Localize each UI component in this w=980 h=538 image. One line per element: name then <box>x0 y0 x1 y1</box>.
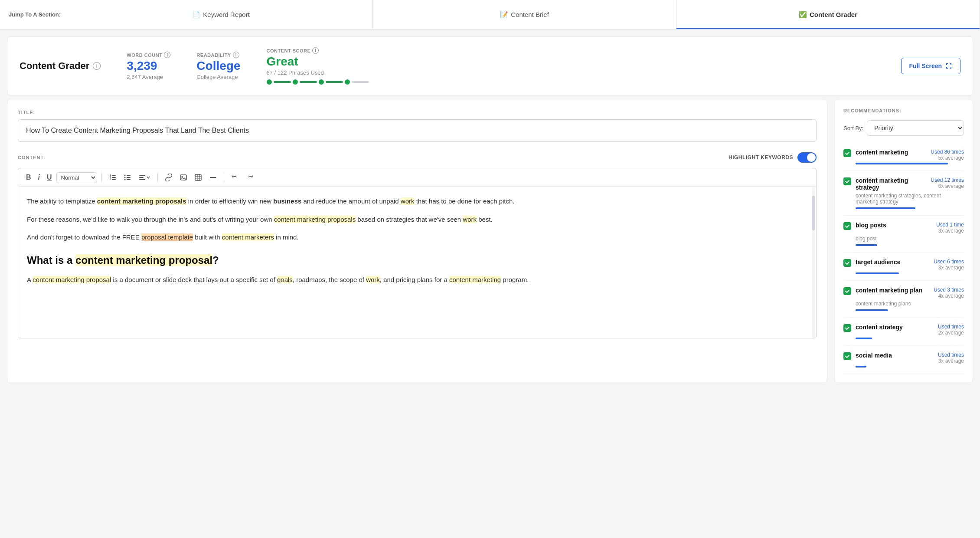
rec-item-left-content-marketing-strategy: content marketing strategy <box>843 177 931 191</box>
rec-variants-blog-posts: blog post <box>856 236 964 242</box>
svg-text:3: 3 <box>110 178 111 180</box>
italic-button[interactable]: i <box>36 172 42 183</box>
rec-item-target-audience: target audience Used 6 times 3x average <box>843 253 964 281</box>
fullscreen-button[interactable]: Full Screen <box>901 58 960 74</box>
editor-panel: TITLE: CONTENT: HIGHLIGHT KEYWORDS B i U… <box>7 99 827 383</box>
hr-button[interactable] <box>206 172 219 183</box>
rec-item-top-content-marketing-plan: content marketing plan Used 3 times 4x a… <box>843 287 964 299</box>
content-score-metric: CONTENT SCORE i Great 67 / 122 Phrases U… <box>267 47 369 85</box>
content-brief-label: Content Brief <box>511 11 549 18</box>
progress-line-4 <box>352 81 369 83</box>
keyword-report-icon: 📄 <box>192 11 200 19</box>
check-icon-content-marketing-plan <box>845 289 850 294</box>
highlight-content-marketers: content marketers <box>222 233 274 241</box>
content-grader-icon: ✅ <box>799 11 807 19</box>
rec-checkbox-item6[interactable] <box>843 324 851 332</box>
highlight-content-marketing-proposals: content marketing proposals <box>97 197 186 205</box>
rec-bar-container-content-marketing-plan <box>856 309 964 311</box>
align-button[interactable] <box>136 172 153 183</box>
rec-item-top-item7: social media Used times 3x average <box>843 352 964 364</box>
rec-item-top-content-marketing-strategy: content marketing strategy Used 12 times… <box>843 177 964 191</box>
rec-bar-container-content-marketing <box>856 163 964 164</box>
progress-dot-1 <box>267 79 272 85</box>
content-score-phrases: 67 / 122 Phrases Used <box>267 69 369 76</box>
readability-value: College <box>196 59 240 73</box>
check-icon-content-marketing-strategy <box>845 179 850 184</box>
readability-metric: READABILITY i College College Average <box>196 52 240 80</box>
ordered-list-button[interactable]: 123 <box>106 172 119 183</box>
highlight-toggle[interactable] <box>797 152 817 163</box>
word-count-value: 3,239 <box>127 59 170 73</box>
content-brief-icon: 📝 <box>500 11 508 19</box>
sort-select[interactable]: Priority Alphabetical Most Used Least Us… <box>867 120 964 136</box>
check-icon-item7 <box>845 354 850 359</box>
title-section-label: TITLE: <box>18 110 817 115</box>
rec-checkbox-item7[interactable] <box>843 352 851 360</box>
rec-keyword-content-marketing-strategy: content marketing strategy <box>856 177 931 191</box>
toolbar-divider-2 <box>157 173 158 182</box>
tab-content-brief[interactable]: 📝 Content Brief <box>373 0 676 29</box>
content-score-progress <box>267 79 369 85</box>
word-count-info-icon[interactable]: i <box>164 52 170 58</box>
link-button[interactable] <box>162 172 175 183</box>
rec-item-right-blog-posts: Used 1 time 3x average <box>936 222 964 234</box>
rec-item-top-content-marketing: content marketing Used 86 times 5x avera… <box>843 149 964 161</box>
underline-button[interactable]: U <box>44 172 55 183</box>
redo-button[interactable] <box>243 172 256 183</box>
rec-bar-blog-posts <box>856 244 877 246</box>
unordered-list-button[interactable] <box>121 172 134 183</box>
highlight-heading-cms: content marketing proposal <box>75 254 212 266</box>
progress-dot-4 <box>345 79 350 85</box>
highlight-work-1: work <box>401 197 415 205</box>
rec-bar-content-marketing <box>856 163 948 164</box>
rec-checkbox-blog-posts[interactable] <box>843 222 851 230</box>
readability-info-icon[interactable]: i <box>233 52 239 58</box>
rec-item-left-blog-posts: blog posts <box>843 222 886 230</box>
scrollbar-thumb <box>812 196 815 230</box>
content-score-info-icon[interactable]: i <box>312 47 319 54</box>
progress-line-1 <box>274 81 291 83</box>
editor-scrollbar[interactable] <box>812 187 815 338</box>
svg-rect-11 <box>127 179 131 180</box>
rec-checkbox-target-audience[interactable] <box>843 259 851 267</box>
rec-avg-item6: 2x average <box>938 330 964 336</box>
editor-content-area[interactable]: The ability to templatize content market… <box>18 187 817 338</box>
svg-point-7 <box>124 177 125 178</box>
content-paragraph-2: For these reasons, we'd like to walk you… <box>27 214 807 225</box>
word-count-label: WORD COUNT i <box>127 52 170 58</box>
sort-by-label: Sort By: <box>843 125 863 131</box>
content-score-value: Great <box>267 55 369 69</box>
rec-used-content-marketing: Used 86 times <box>931 149 964 155</box>
svg-rect-1 <box>112 177 116 178</box>
check-icon-target-audience <box>845 260 850 266</box>
grader-info-icon[interactable]: i <box>93 62 101 70</box>
highlight-goals: goals <box>277 276 293 283</box>
rec-item-left-item7: social media <box>843 352 892 360</box>
highlight-work-2: work <box>463 216 477 223</box>
rec-item-content-marketing-strategy: content marketing strategy Used 12 times… <box>843 171 964 216</box>
content-section-label: CONTENT: <box>18 155 46 160</box>
tab-keyword-report[interactable]: 📄 Keyword Report <box>69 0 373 29</box>
svg-rect-2 <box>112 179 116 180</box>
format-select[interactable]: Normal Heading 1 Heading 2 <box>56 172 97 183</box>
toggle-knob <box>807 153 816 162</box>
recommendations-panel: RECOMMENDATIONS: Sort By: Priority Alpha… <box>834 99 973 383</box>
rec-item-right-content-marketing-plan: Used 3 times 4x average <box>934 287 964 299</box>
rec-checkbox-content-marketing[interactable] <box>843 149 851 157</box>
rec-checkbox-content-marketing-plan[interactable] <box>843 287 851 295</box>
svg-rect-17 <box>195 174 201 180</box>
table-button[interactable] <box>192 172 205 183</box>
rec-checkbox-content-marketing-strategy[interactable] <box>843 177 851 185</box>
undo-button[interactable] <box>229 172 242 183</box>
image-button[interactable] <box>177 172 190 183</box>
fullscreen-label: Full Screen <box>909 62 942 69</box>
rec-keyword-target-audience: target audience <box>856 259 900 266</box>
rec-item-top-target-audience: target audience Used 6 times 3x average <box>843 259 964 271</box>
title-input[interactable] <box>18 119 817 142</box>
toolbar-divider-3 <box>224 173 224 182</box>
bold-button[interactable]: B <box>23 172 34 183</box>
readability-label: READABILITY i <box>196 52 240 58</box>
rec-item-left-target-audience: target audience <box>843 259 900 267</box>
svg-rect-12 <box>139 175 145 176</box>
tab-content-grader[interactable]: ✅ Content Grader <box>676 0 980 29</box>
